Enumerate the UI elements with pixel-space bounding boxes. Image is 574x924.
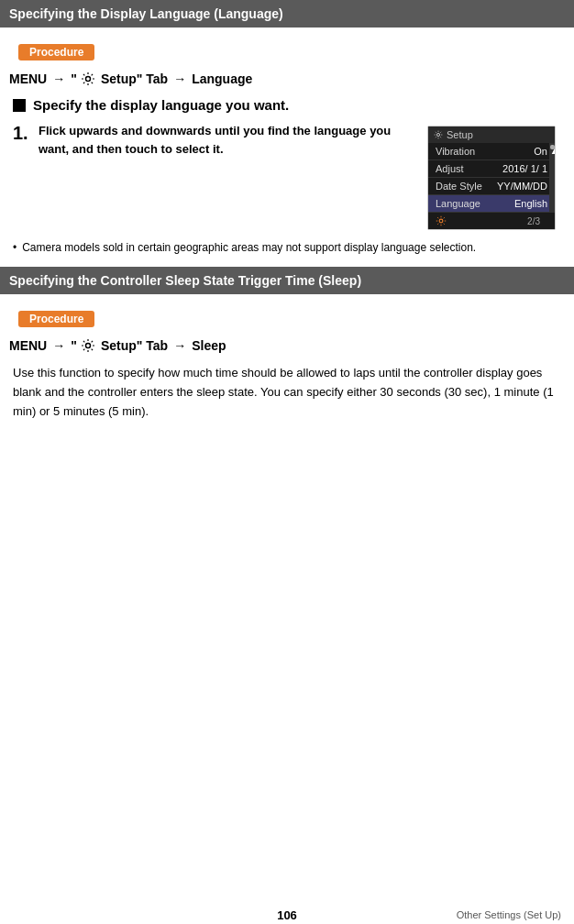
menu-text-1: MENU [9, 72, 47, 86]
page-wrapper: Specifying the Display Language (Languag… [0, 0, 574, 924]
menu-text-2: MENU [9, 338, 47, 353]
svg-point-2 [439, 219, 443, 223]
camera-ui-row-adjust: Adjust 2016/ 1/ 1 [428, 160, 555, 178]
camera-ui-container: Vibration On Adjust 2016/ 1/ 1 Date Styl… [428, 143, 555, 213]
arrow1-1: → [52, 72, 65, 86]
camera-ui-title: Setup [447, 129, 473, 140]
camera-ui-row-vibration: Vibration On [428, 143, 555, 160]
section1-header: Specifying the Display Language (Languag… [0, 0, 574, 28]
setup-tab-1: Setup" Tab [101, 72, 168, 86]
svg-point-3 [85, 344, 90, 348]
gear-icon-2 [81, 338, 95, 353]
camera-row-label-language: Language [436, 198, 480, 209]
gear-icon-1 [81, 72, 95, 86]
menu-line-2: MENU → " Setup" Tab → Sleep [9, 338, 574, 353]
destination-1: Language [192, 72, 252, 86]
step1-text: Flick upwards and downwards until you fi… [39, 122, 418, 158]
menu-line-1: MENU → " Setup" Tab → Language [9, 72, 574, 86]
camera-ui-gear-icon [434, 130, 443, 139]
step1-row: 1. Flick upwards and downwards until you… [13, 122, 565, 230]
camera-row-val-adjust: 2016/ 1/ 1 [502, 163, 547, 174]
procedure-badge-2: Procedure [18, 311, 94, 327]
camera-row-val-datestyle: YY/MM/DD [497, 181, 547, 192]
camera-ui-row-datestyle: Date Style YY/MM/DD [428, 178, 555, 195]
section2-header: Specifying the Controller Sleep State Tr… [0, 267, 574, 294]
procedure-badge-1: Procedure [18, 44, 94, 60]
camera-ui-scrollbar-up: ▲ [550, 145, 555, 149]
camera-ui-scrollbar: ▲ [549, 143, 555, 213]
setup-tab-2: Setup" Tab [101, 338, 168, 353]
quote-open-2: " [71, 338, 77, 353]
step1-number: 1. [13, 122, 31, 144]
footer-page-number: 106 [277, 908, 297, 922]
black-heading: Specify the display language you want. [13, 97, 565, 113]
black-heading-text: Specify the display language you want. [33, 97, 289, 113]
camera-row-val-vibration: On [534, 146, 547, 157]
svg-point-1 [436, 133, 439, 136]
bullet-note-text: Camera models sold in certain geographic… [22, 239, 476, 256]
camera-row-label-adjust: Adjust [436, 163, 464, 174]
footer-label: Other Settings (Set Up) [457, 909, 561, 920]
arrow2-1: → [173, 72, 186, 86]
camera-ui-row-language: Language English [428, 195, 555, 213]
camera-row-val-language: English [514, 198, 547, 209]
camera-row-label-datestyle: Date Style [436, 181, 482, 192]
black-square-icon [13, 99, 26, 112]
section2-header-text: Specifying the Controller Sleep State Tr… [9, 273, 361, 288]
arrow1-2: → [52, 338, 65, 353]
camera-ui-gear-row: 2/3 [428, 213, 555, 229]
bullet-note: • Camera models sold in certain geograph… [13, 239, 565, 256]
quote-open-1: " [71, 72, 77, 86]
camera-ui-page: 2/3 [522, 214, 546, 228]
destination-2: Sleep [192, 338, 226, 353]
camera-ui-header: Setup [428, 126, 555, 143]
svg-point-0 [85, 77, 90, 82]
camera-ui-settings-gear-icon [436, 215, 447, 226]
section1-header-text: Specifying the Display Language (Languag… [9, 6, 283, 21]
camera-row-label-vibration: Vibration [436, 146, 475, 157]
section2-body-text: Use this function to specify how much ti… [13, 364, 561, 421]
camera-ui: Setup Vibration On Adjust 2016/ 1/ 1 Dat… [427, 126, 556, 230]
bullet-dot: • [13, 239, 17, 256]
arrow2-2: → [173, 338, 186, 353]
